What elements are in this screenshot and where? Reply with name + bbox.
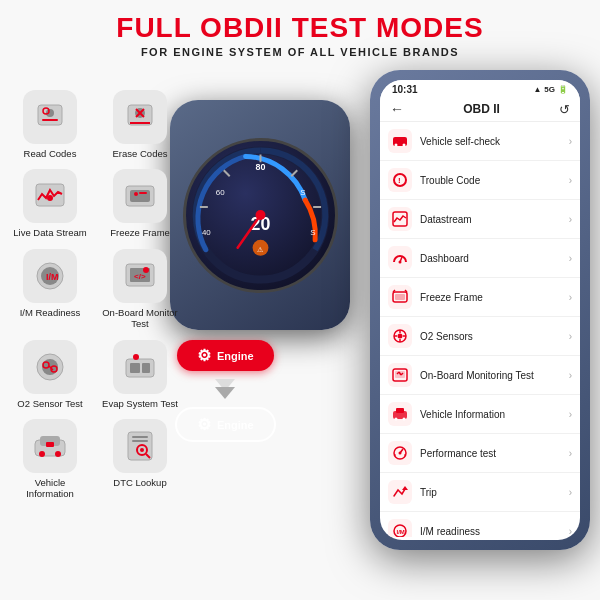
- phone-outer: 10:31 ▲ 5G 🔋 ← OBD II ↺: [370, 70, 590, 550]
- im-readiness-phone-icon: I/M: [392, 523, 408, 537]
- svg-point-87: [399, 452, 402, 455]
- chevron-icon-trip: ›: [569, 487, 572, 498]
- performance-test-icon: [392, 445, 408, 461]
- o2-sensors-icon-wrap: [388, 324, 412, 348]
- svg-text:40: 40: [201, 228, 210, 237]
- signal-icon: ▲: [533, 85, 541, 94]
- icon-item-evap-system[interactable]: Evap System Test: [100, 340, 180, 409]
- svg-text:S: S: [310, 228, 315, 237]
- chevron-icon-selfcheck: ›: [569, 136, 572, 147]
- svg-point-60: [403, 144, 406, 147]
- obd-item-datastream[interactable]: Datastream ›: [380, 200, 580, 239]
- status-bar: 10:31 ▲ 5G 🔋: [380, 80, 580, 97]
- obd-item-performance-test[interactable]: Performance test ›: [380, 434, 580, 473]
- obd-item-label-o2: O2 Sensors: [420, 331, 569, 342]
- svg-point-21: [143, 267, 149, 273]
- icon-item-dtc-lookup[interactable]: DTC Lookup: [100, 419, 180, 500]
- arrow-2: [215, 387, 235, 399]
- svg-rect-29: [142, 363, 150, 373]
- obd-item-onboard-monitoring[interactable]: On-Board Monitoring Test ›: [380, 356, 580, 395]
- obd-item-im-readiness[interactable]: I/M I/M readiness ›: [380, 512, 580, 537]
- obd-item-vehicle-selfcheck[interactable]: Vehicle self-check ›: [380, 122, 580, 161]
- chevron-icon-trouble: ›: [569, 175, 572, 186]
- icon-item-onboard-monitor[interactable]: </> On-Board Monitor Test: [100, 249, 180, 330]
- obd-item-freeze-frame[interactable]: Freeze Frame ›: [380, 278, 580, 317]
- engine-button-2[interactable]: ⚙ Engine: [175, 407, 276, 442]
- engine-button-1[interactable]: ⚙ Engine: [177, 340, 274, 371]
- chevron-icon-performance: ›: [569, 448, 572, 459]
- vehicle-info-phone-icon-wrap: [388, 402, 412, 426]
- onboard-monitor-icon-box: </>: [113, 249, 167, 303]
- gauge-face: 80 60 S 40 S 20 ⚠: [183, 138, 338, 293]
- o2-sensor-label: O2 Sensor Test: [17, 398, 82, 409]
- icon-item-read-codes[interactable]: Read Codes: [10, 90, 90, 159]
- obd-item-label-trouble: Trouble Code: [420, 175, 569, 186]
- obd-item-label-performance: Performance test: [420, 448, 569, 459]
- svg-point-41: [140, 448, 144, 452]
- live-data-icon-box: [23, 169, 77, 223]
- freeze-frame-icon-box: [113, 169, 167, 223]
- o2-sensor-icon-box: [23, 340, 77, 394]
- icon-item-o2-sensor[interactable]: O2 Sensor Test: [10, 340, 90, 409]
- dtc-lookup-icon: [122, 428, 158, 464]
- svg-text:60: 60: [215, 188, 224, 197]
- svg-rect-2: [42, 119, 58, 121]
- header: FULL OBDII TEST MODES FOR ENGINE SYSTEM …: [0, 0, 600, 64]
- obd-item-trip[interactable]: Trip ›: [380, 473, 580, 512]
- icon-item-freeze-frame[interactable]: Freeze Frame: [100, 169, 180, 238]
- svg-text:!: !: [398, 176, 401, 185]
- svg-line-44: [223, 170, 229, 176]
- status-time: 10:31: [392, 84, 418, 95]
- svg-rect-38: [132, 440, 148, 442]
- obd-header: ← OBD II ↺: [380, 97, 580, 122]
- obd-item-vehicle-info[interactable]: Vehicle Information ›: [380, 395, 580, 434]
- vehicle-info-label: Vehicle Information: [10, 477, 90, 500]
- erase-codes-label: Erase Codes: [113, 148, 168, 159]
- svg-point-71: [398, 334, 403, 339]
- erase-codes-icon-box: [113, 90, 167, 144]
- chevron-icon-vehicle-info: ›: [569, 409, 572, 420]
- obd-item-trouble-code[interactable]: ! Trouble Code ›: [380, 161, 580, 200]
- dashboard-icon-wrap: [388, 246, 412, 270]
- svg-point-84: [403, 418, 406, 421]
- left-icons-grid: Read Codes Erase Codes Live Data Stream: [10, 90, 180, 500]
- back-button[interactable]: ←: [390, 101, 404, 117]
- o2-sensors-icon: [392, 328, 408, 344]
- chevron-icon-dashboard: ›: [569, 253, 572, 264]
- svg-point-59: [395, 144, 398, 147]
- obd-item-o2-sensors[interactable]: O2 Sensors ›: [380, 317, 580, 356]
- obd-item-label-trip: Trip: [420, 487, 569, 498]
- svg-line-46: [291, 170, 297, 176]
- phone-screen: 10:31 ▲ 5G 🔋 ← OBD II ↺: [380, 80, 580, 540]
- icon-item-erase-codes[interactable]: Erase Codes: [100, 90, 180, 159]
- icon-item-im-readiness[interactable]: I/M I/M Readiness: [10, 249, 90, 330]
- arrows-down: [215, 379, 235, 399]
- vehicle-info-phone-icon: [392, 406, 408, 422]
- onboard-monitor-label: On-Board Monitor Test: [100, 307, 180, 330]
- status-icons: ▲ 5G 🔋: [533, 85, 568, 94]
- freeze-frame-label: Freeze Frame: [110, 227, 170, 238]
- dashboard-icon: [392, 250, 408, 266]
- obd-item-label-onboard: On-Board Monitoring Test: [420, 370, 569, 381]
- datastream-icon: [392, 211, 408, 227]
- chevron-icon-im: ›: [569, 526, 572, 537]
- svg-point-10: [47, 195, 53, 201]
- svg-rect-67: [395, 294, 405, 300]
- im-readiness-icon: I/M: [32, 258, 68, 294]
- obd-item-label-vehicle-info: Vehicle Information: [420, 409, 569, 420]
- im-readiness-label: I/M Readiness: [20, 307, 81, 318]
- icon-item-live-data[interactable]: Live Data Stream: [10, 169, 90, 238]
- refresh-button[interactable]: ↺: [559, 102, 570, 117]
- phone-wrapper: 10:31 ▲ 5G 🔋 ← OBD II ↺: [370, 70, 590, 570]
- battery-icon: 🔋: [558, 85, 568, 94]
- speedometer-svg: 80 60 S 40 S 20 ⚠: [186, 140, 335, 290]
- engine-icon-2: ⚙: [197, 415, 211, 434]
- obd-title: OBD II: [463, 102, 500, 116]
- performance-test-icon-wrap: [388, 441, 412, 465]
- svg-point-34: [55, 451, 61, 457]
- icon-item-vehicle-info[interactable]: Vehicle Information: [10, 419, 90, 500]
- svg-point-30: [133, 354, 139, 360]
- obd-item-dashboard[interactable]: Dashboard ›: [380, 239, 580, 278]
- engine-label-2: Engine: [217, 419, 254, 431]
- obd-item-label-freeze: Freeze Frame: [420, 292, 569, 303]
